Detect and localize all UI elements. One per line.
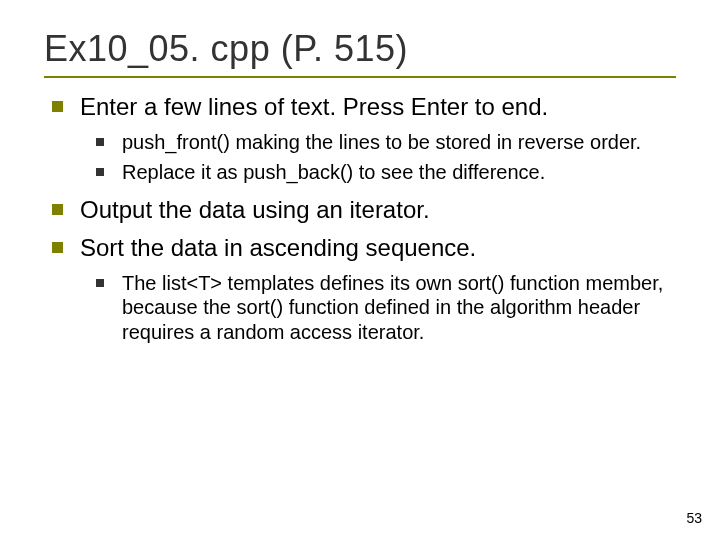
- bullet-text: push_front() making the lines to be stor…: [122, 131, 641, 153]
- bullet-text: The list<T> templates defines its own so…: [122, 272, 663, 343]
- bullet-text: Enter a few lines of text. Press Enter t…: [80, 93, 548, 120]
- sub-bullet-group: push_front() making the lines to be stor…: [44, 130, 676, 185]
- bullet-level2: The list<T> templates defines its own so…: [44, 271, 676, 344]
- bullet-level1: Output the data using an iterator.: [44, 195, 676, 225]
- sub-bullet-group: The list<T> templates defines its own so…: [44, 271, 676, 344]
- bullet-level2: Replace it as push_back() to see the dif…: [44, 160, 676, 184]
- bullet-level1: Enter a few lines of text. Press Enter t…: [44, 92, 676, 122]
- bullet-text: Output the data using an iterator.: [80, 196, 430, 223]
- slide: Ex10_05. cpp (P. 515) Enter a few lines …: [0, 0, 720, 540]
- bullet-text: Sort the data in ascending sequence.: [80, 234, 476, 261]
- title-underline: [44, 76, 676, 78]
- bullet-level2: push_front() making the lines to be stor…: [44, 130, 676, 154]
- slide-title: Ex10_05. cpp (P. 515): [44, 28, 676, 70]
- bullet-text: Replace it as push_back() to see the dif…: [122, 161, 545, 183]
- page-number: 53: [686, 510, 702, 526]
- bullet-level1: Sort the data in ascending sequence.: [44, 233, 676, 263]
